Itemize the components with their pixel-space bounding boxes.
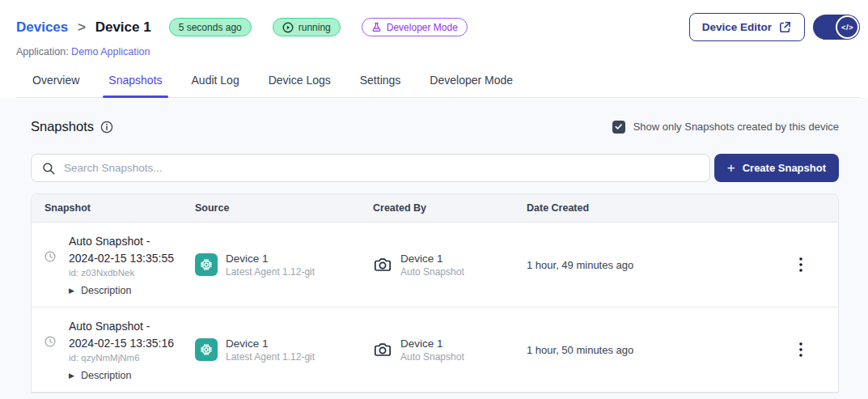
application-link[interactable]: Demo Application [71,46,150,57]
running-status-text: running [299,22,331,33]
snapshots-table: Snapshot Source Created By Date Created … [31,193,839,393]
snapshot-id: id: qzyNmMjNm6 [69,353,174,363]
breadcrumb-current-device: Device 1 [95,19,151,35]
last-seen-text: 5 seconds ago [179,22,242,33]
code-icon: </> [836,15,859,39]
snapshot-title-line2: 2024-02-15 13:35:16 [69,335,174,351]
breadcrumb: Devices > Device 1 [16,19,151,36]
tab-audit-log[interactable]: Audit Log [186,69,245,97]
snapshot-title-line1: Auto Snapshot - [69,233,174,249]
row-actions-kebab-icon[interactable] [790,338,812,361]
tab-device-logs[interactable]: Device Logs [263,69,337,97]
page-header: Devices > Device 1 5 seconds ago running [0,0,868,98]
developer-mode-toggle[interactable]: </> [813,15,860,40]
date-created-cell: 1 hour, 49 minutes ago [527,259,790,271]
create-snapshot-label: Create Snapshot [743,162,826,174]
search-box [31,154,710,182]
status-badges: 5 seconds ago running Developer Mode [169,18,468,36]
clock-icon [44,251,56,262]
last-seen-badge: 5 seconds ago [169,18,252,36]
table-row: Auto Snapshot - 2024-02-15 13:35:16 id: … [32,308,838,393]
snapshot-cell: Auto Snapshot - 2024-02-15 13:35:16 id: … [44,318,195,381]
device-editor-label: Device Editor [702,21,772,33]
caret-right-icon: ▶ [69,287,74,295]
source-name: Device 1 [226,337,315,350]
developer-mode-text: Developer Mode [387,22,458,33]
section-title-row: Snapshots [31,119,113,134]
active-tab-underline [103,96,167,98]
source-cell: Device 1 Latest Agent 1.12-git [195,253,373,278]
caret-right-icon: ▶ [69,371,74,380]
column-header-snapshot: Snapshot [44,202,195,214]
chip-icon [195,253,218,276]
flask-icon [371,22,382,32]
developer-mode-badge: Developer Mode [362,18,468,36]
date-created-cell: 1 hour, 50 minutes ago [527,344,790,356]
filter-checkbox-row[interactable]: Show only Snapshots created by this devi… [612,121,839,134]
source-agent: Latest Agent 1.12-git [226,351,315,363]
created-by-cell: Device 1 Auto Snapshot [373,337,527,363]
camera-icon [373,340,392,359]
created-by-name: Device 1 [400,337,464,350]
checkmark-icon [614,122,623,131]
plus-icon: + [727,160,735,176]
code-glyph: </> [841,23,853,32]
snapshot-title-line2: 2024-02-15 13:35:55 [69,250,174,266]
snapshot-title: Auto Snapshot - 2024-02-15 13:35:16 [69,318,174,351]
description-toggle[interactable]: ▶ Description [69,370,174,381]
row-actions-kebab-icon[interactable] [790,253,812,276]
description-toggle[interactable]: ▶ Description [69,285,174,296]
table-header-row: Snapshot Source Created By Date Created [32,194,838,223]
breadcrumb-devices-link[interactable]: Devices [16,19,68,35]
search-input[interactable] [64,162,700,174]
created-by-sub: Auto Snapshot [400,266,464,278]
breadcrumb-separator: > [78,19,86,35]
camera-icon [373,255,392,274]
chip-icon [195,338,218,361]
snapshot-cell: Auto Snapshot - 2024-02-15 13:35:55 id: … [44,233,195,296]
filter-label[interactable]: Show only Snapshots created by this devi… [633,121,839,133]
tab-developer-mode[interactable]: Developer Mode [424,69,519,97]
application-line: Application: Demo Application [16,46,860,57]
created-by-cell: Device 1 Auto Snapshot [373,253,527,278]
play-circle-icon [282,22,294,33]
info-icon[interactable] [100,121,113,134]
snapshot-title: Auto Snapshot - 2024-02-15 13:35:55 [69,233,174,266]
tab-snapshots-label: Snapshots [108,74,162,87]
device-editor-button[interactable]: Device Editor [689,13,805,41]
tab-overview[interactable]: Overview [27,69,85,97]
source-name: Device 1 [226,253,315,265]
create-snapshot-button[interactable]: + Create Snapshot [714,154,839,182]
tab-snapshots[interactable]: Snapshots [103,69,167,97]
description-label: Description [81,370,132,381]
application-label: Application: [16,46,69,57]
snapshot-id: id: z03NxdbNek [69,268,174,278]
description-label: Description [81,285,132,296]
filter-checkbox[interactable] [612,121,625,134]
running-status-badge: running [273,18,341,36]
source-cell: Device 1 Latest Agent 1.12-git [195,337,373,363]
column-header-date-created: Date Created [527,202,790,214]
snapshots-heading: Snapshots [31,119,94,134]
tab-settings[interactable]: Settings [354,69,407,97]
created-by-sub: Auto Snapshot [400,351,464,363]
created-by-name: Device 1 [400,253,464,265]
tab-bar: Overview Snapshots Audit Log Device Logs… [16,69,860,98]
clock-icon [44,336,56,347]
search-icon [41,161,56,176]
table-row: Auto Snapshot - 2024-02-15 13:35:55 id: … [32,223,838,308]
column-header-source: Source [195,202,373,214]
column-header-created-by: Created By [373,202,527,214]
source-agent: Latest Agent 1.12-git [226,266,315,278]
snapshot-title-line1: Auto Snapshot - [69,318,174,334]
snapshots-section: Snapshots Show only Snapshots created by… [0,98,868,399]
external-link-icon [778,20,792,34]
